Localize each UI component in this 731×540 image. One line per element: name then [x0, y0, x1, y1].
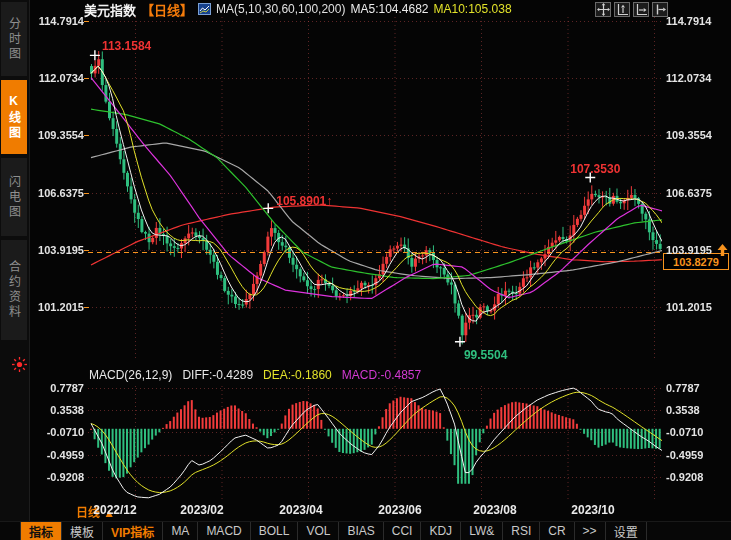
macd-params-label: MACD(26,12,9) [89, 368, 172, 382]
toolbar-button-vip-indicator[interactable]: VIP指标 [103, 522, 163, 540]
date-tick-0: 2022/12 [93, 503, 136, 517]
date-tick-4: 2023/08 [473, 503, 516, 517]
pan-tool-icon[interactable] [595, 2, 611, 17]
chart-tool-icons [595, 2, 668, 17]
toolbar-button-macd[interactable]: MACD [198, 522, 250, 540]
price-tick-right-4: 103.9195 [666, 244, 728, 257]
price-annotation-2: 99.5504 [464, 348, 507, 362]
sidebar-tab-timeshare[interactable]: 分时图 [1, 2, 27, 76]
toolbar-button-kdj[interactable]: KDJ [421, 522, 461, 540]
macd-tick-left-0: 0.7787 [30, 382, 84, 395]
price-tick-left-2: 109.3554 [30, 129, 84, 142]
chart-canvas[interactable] [0, 0, 731, 540]
price-tick-right-1: 112.0734 [666, 72, 728, 85]
price-tick-left-0: 114.7914 [30, 15, 84, 28]
sidebar-tab-contract-info[interactable]: 合约资料 [1, 240, 27, 340]
chart-header: 美元指数 【日线】 MA(5,10,30,60,100,200) MA5:104… [84, 1, 512, 17]
price-tick-right-3: 106.6375 [666, 187, 728, 200]
price-annotation-1: 105.8901↑ [276, 194, 332, 208]
trading-app-window: 分时图K线图闪电图合约资料 美元指数 【日线】 MA(5,10,30,60,10… [0, 0, 731, 540]
ma5-value-label: MA5:104.4682 [350, 2, 428, 16]
date-tick-3: 2023/06 [378, 503, 421, 517]
sidebar-tab-flash[interactable]: 闪电图 [1, 158, 27, 236]
price-annotation-0: 113.1584 [102, 39, 151, 53]
left-sidebar: 分时图K线图闪电图合约资料 [0, 0, 30, 540]
alert-indicator-icon [11, 356, 28, 377]
macd-tick-right-1: 0.3538 [666, 404, 728, 417]
macd-diff-label: DIFF:-0.4289 [182, 368, 253, 382]
price-tick-right-0: 114.7914 [666, 15, 728, 28]
scale-x-tool-icon[interactable] [633, 2, 649, 17]
period-tag: 【日线】 [141, 0, 193, 19]
last-price-value: 103.8279 [673, 256, 719, 268]
toolbar-button-vol[interactable]: VOL [298, 522, 339, 540]
sidebar-tab-kline[interactable]: K线图 [1, 80, 27, 154]
macd-tick-left-4: -0.9208 [30, 471, 84, 484]
date-tick-5: 2023/10 [571, 503, 614, 517]
toolbar-button-more[interactable]: >> [575, 522, 606, 540]
price-tick-right-2: 109.3554 [666, 129, 728, 142]
price-tick-left-5: 101.2015 [30, 301, 84, 314]
indicator-toolbar: 指标模板VIP指标MAMACDBOLLVOLBIASCCIKDJLW&RSICR… [0, 521, 731, 540]
price-tick-right-5: 101.2015 [666, 301, 728, 314]
macd-tick-left-1: 0.3538 [30, 404, 84, 417]
toolbar-button-lwr[interactable]: LW& [461, 522, 503, 540]
toolbar-button-template[interactable]: 模板 [62, 522, 103, 540]
ma10-value-label: MA10:105.038 [434, 2, 512, 16]
toolbar-button-rsi[interactable]: RSI [503, 522, 540, 540]
scale-y-tool-icon[interactable] [614, 2, 630, 17]
macd-tick-left-3: -0.4959 [30, 449, 84, 462]
macd-tick-right-0: 0.7787 [666, 382, 728, 395]
toolbar-button-ma[interactable]: MA [163, 522, 198, 540]
date-tick-1: 2023/02 [180, 503, 223, 517]
macd-tick-right-4: -0.9208 [666, 471, 728, 484]
date-tick-2: 2023/04 [279, 503, 322, 517]
toolbar-button-settings[interactable]: 设置 [606, 522, 647, 540]
macd-tick-left-2: -0.0710 [30, 426, 84, 439]
instrument-title: 美元指数 [84, 0, 136, 19]
macd-value-label: MACD:-0.4857 [342, 368, 421, 382]
toolbar-button-cci[interactable]: CCI [384, 522, 422, 540]
macd-dea-label: DEA:-0.1860 [263, 368, 332, 382]
macd-tick-right-2: -0.0710 [666, 426, 728, 439]
ma-params-label: MA(5,10,30,60,100,200) [216, 2, 345, 16]
price-tick-left-3: 106.6375 [30, 187, 84, 200]
line-chart-icon [198, 3, 211, 15]
toolbar-button-cr[interactable]: CR [540, 522, 574, 540]
macd-header: MACD(26,12,9) DIFF:-0.4289 DEA:-0.1860 M… [89, 368, 421, 382]
toolbar-button-bias[interactable]: BIAS [339, 522, 383, 540]
price-tick-left-1: 112.0734 [30, 72, 84, 85]
toolbar-button-indicator[interactable]: 指标 [20, 522, 62, 540]
price-annotation-3: 107.3530 [570, 162, 620, 176]
toolbar-button-boll[interactable]: BOLL [251, 522, 299, 540]
macd-tick-right-3: -0.4959 [666, 449, 728, 462]
price-tick-left-4: 103.9195 [30, 244, 84, 257]
